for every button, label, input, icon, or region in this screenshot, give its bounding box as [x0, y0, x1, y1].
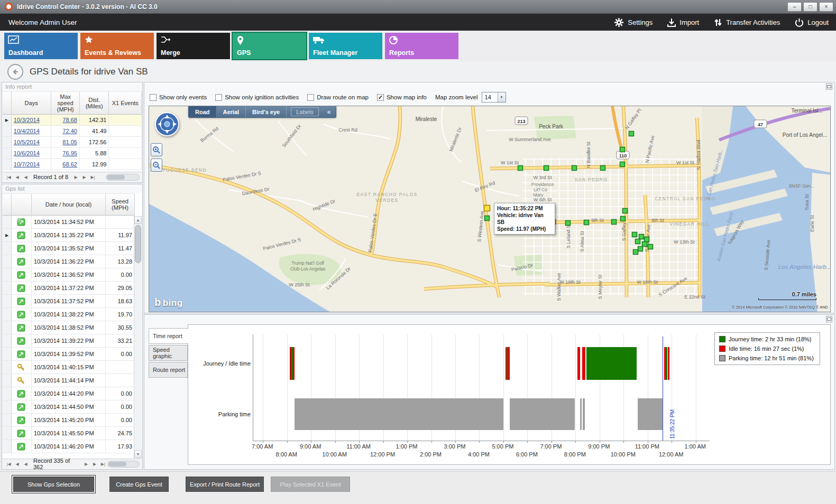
gps-marker[interactable]: [612, 220, 617, 225]
gps-marker[interactable]: [639, 235, 644, 239]
nav-tile-gps[interactable]: GPS: [233, 33, 306, 59]
pager-prev-button[interactable]: ◀: [22, 460, 30, 468]
logout-button[interactable]: Logout: [795, 18, 829, 27]
collapse-chart-panel-button[interactable]: [826, 316, 832, 322]
max-speed-link[interactable]: 72.40: [62, 128, 77, 134]
map-option-2[interactable]: Show only ignition activities: [215, 94, 299, 101]
pager-next-button[interactable]: ▶: [80, 173, 88, 181]
table-row[interactable]: 10/5/201481.05172.56: [3, 137, 142, 148]
gps-marker[interactable]: [642, 242, 647, 247]
pager-next-button[interactable]: ▶: [90, 460, 98, 468]
scrollbar-thumb[interactable]: [108, 462, 126, 466]
gps-marker[interactable]: [638, 247, 643, 251]
list-item[interactable]: 10/3/2014 11:34:52 PM: [3, 216, 142, 229]
list-item[interactable]: 10/3/2014 11:40:15 PM: [3, 361, 142, 374]
map-style-tab-labels[interactable]: Labels: [291, 107, 318, 116]
list-item[interactable]: 10/3/2014 11:37:22 PM29.05: [3, 282, 142, 295]
gps-marker[interactable]: [648, 245, 653, 249]
grid-header-cell[interactable]: Days: [12, 91, 51, 115]
grid-header-cell[interactable]: Speed (MPH): [106, 193, 135, 216]
pager-next-button[interactable]: ▶: [72, 173, 80, 181]
gps-marker[interactable]: [645, 237, 649, 242]
map-option-4[interactable]: ✓Show map info: [377, 94, 427, 101]
gps-marker[interactable]: [518, 166, 523, 171]
create-gps-event-button[interactable]: Create Gps Event: [109, 477, 169, 492]
pager-prev-button[interactable]: ◀: [22, 173, 30, 181]
list-item[interactable]: 10/3/2014 11:44:14 PM: [3, 374, 142, 387]
gps-marker[interactable]: [485, 216, 490, 221]
list-item[interactable]: 10/3/2014 11:45:20 PM0.00: [3, 414, 142, 427]
tab-time-report[interactable]: Time report: [149, 328, 189, 344]
checkbox-icon[interactable]: [215, 94, 222, 101]
max-speed-link[interactable]: 78.68: [62, 117, 77, 123]
gps-marker[interactable]: [623, 209, 628, 213]
day-link[interactable]: 10/4/2014: [14, 128, 40, 134]
pager-scrollbar[interactable]: [107, 461, 140, 468]
gps-marker[interactable]: [632, 232, 637, 237]
map-style-tab-road[interactable]: Road: [189, 106, 217, 117]
nav-tile-fleet[interactable]: Fleet Manager: [309, 33, 382, 59]
list-item[interactable]: 10/3/2014 11:38:22 PM19.70: [3, 308, 142, 321]
pager-first-button[interactable]: |◀: [5, 173, 13, 181]
gps-marker[interactable]: [572, 166, 577, 171]
nav-tile-reports[interactable]: Reports: [385, 33, 458, 59]
list-item[interactable]: 10/3/2014 11:46:20 PM17.93: [3, 440, 142, 453]
grid-header-cell[interactable]: Date / hour (local): [32, 193, 106, 216]
scrollbar-thumb[interactable]: [135, 225, 141, 263]
map-zoom-level-select[interactable]: 14▼: [482, 92, 506, 102]
gps-marker[interactable]: [601, 166, 605, 171]
scrollbar-thumb[interactable]: [107, 175, 125, 180]
gps-marker[interactable]: [633, 250, 638, 255]
checkbox-checked-icon[interactable]: ✓: [377, 94, 384, 101]
max-speed-link[interactable]: 76.95: [62, 150, 77, 156]
grid-header-cell[interactable]: X1 Events: [109, 91, 142, 115]
day-link[interactable]: 10/3/2014: [14, 117, 40, 123]
map-option-1[interactable]: Show only events: [150, 94, 207, 101]
settings-button[interactable]: Settings: [614, 17, 653, 27]
list-item[interactable]: 10/3/2014 11:36:52 PM0.00: [3, 268, 142, 282]
collapse-map-panel-button[interactable]: [826, 83, 832, 90]
gps-marker[interactable]: [629, 132, 634, 136]
zoom-out-button[interactable]: [151, 158, 162, 172]
transfer-button[interactable]: Transfer Activities: [714, 18, 780, 27]
table-row[interactable]: ▶10/3/201478.68142.31: [3, 115, 142, 126]
map-style-tab-aerial[interactable]: Aerial: [217, 106, 246, 117]
map-option-3[interactable]: Draw route on map: [307, 94, 369, 101]
maximize-button[interactable]: □: [803, 2, 817, 12]
show-gps-selection-button[interactable]: Show Gps Selection: [13, 477, 94, 492]
pager-next-button[interactable]: ▶: [82, 460, 90, 468]
pager-last-button[interactable]: ▶|: [99, 460, 107, 468]
list-item[interactable]: 10/3/2014 11:44:20 PM0.00: [3, 387, 142, 400]
map-style-tab-bird-s-eye[interactable]: Bird's eye: [246, 106, 287, 117]
checkbox-icon[interactable]: [150, 94, 157, 101]
gps-marker-selected[interactable]: [484, 206, 490, 211]
grid-header-cell[interactable]: Dist. (Miles): [80, 91, 109, 115]
gps-marker[interactable]: [636, 239, 640, 244]
map-compass-control[interactable]: [154, 111, 180, 139]
close-button[interactable]: ×: [819, 2, 833, 12]
nav-tile-events[interactable]: Events & Reviews: [80, 33, 154, 59]
scroll-up-icon[interactable]: ▲: [134, 216, 142, 224]
day-link[interactable]: 10/7/2014: [14, 161, 40, 167]
pager-last-button[interactable]: ▶|: [89, 173, 97, 181]
list-item[interactable]: 10/3/2014 11:45:50 PM24.75: [3, 427, 142, 440]
nav-tile-merge[interactable]: Merge: [157, 33, 230, 59]
gps-list-scrollbar[interactable]: ▲ ▼: [134, 216, 142, 458]
list-item[interactable]: 10/3/2014 11:35:52 PM11.47: [3, 242, 142, 255]
scroll-down-icon[interactable]: ▼: [134, 450, 142, 458]
export-print-route-report-button[interactable]: Export / Print Route Report: [186, 477, 264, 492]
import-button[interactable]: Import: [667, 18, 699, 27]
list-item[interactable]: 10/3/2014 11:39:22 PM33.21: [3, 334, 142, 348]
pager-prev-button[interactable]: ◀: [13, 173, 21, 181]
pager-prev-button[interactable]: ◀: [13, 460, 21, 468]
gps-marker[interactable]: [620, 147, 625, 152]
gps-marker[interactable]: [621, 217, 626, 221]
max-speed-link[interactable]: 68.62: [62, 161, 77, 167]
tab-speed-graphic[interactable]: Speed graphic: [149, 345, 188, 361]
day-link[interactable]: 10/5/2014: [14, 139, 40, 145]
max-speed-link[interactable]: 81.05: [62, 139, 77, 145]
table-row[interactable]: 10/6/201476.955.88: [3, 148, 142, 159]
tab-route-report[interactable]: Route report: [149, 362, 188, 378]
list-item[interactable]: 10/3/2014 11:36:22 PM13.28: [3, 255, 142, 268]
gps-marker[interactable]: [566, 221, 571, 226]
